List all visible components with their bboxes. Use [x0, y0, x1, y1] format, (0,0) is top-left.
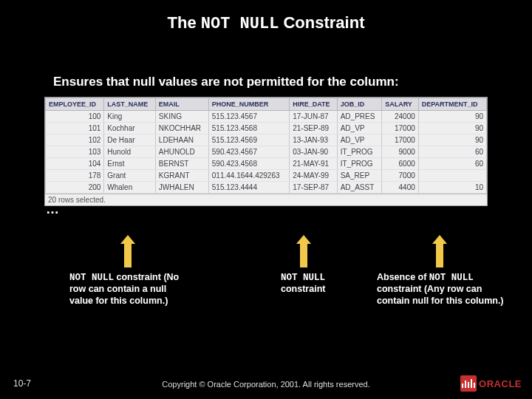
table-cell: 011.44.1644.429263 — [208, 170, 289, 182]
table-cell: 103 — [46, 146, 104, 158]
title-post: Constraint — [279, 13, 364, 32]
table-cell: 10 — [418, 182, 486, 194]
copyright-footer: Copyright © Oracle Corporation, 2001. Al… — [0, 380, 532, 389]
oracle-logo-text: ORACLE — [479, 378, 522, 389]
table-cell: AD_PRES — [337, 111, 381, 123]
table-cell: 6000 — [382, 158, 419, 170]
col-header: DEPARTMENT_ID — [418, 98, 486, 111]
col-header: EMAIL — [155, 98, 208, 111]
table-cell: 590.423.4568 — [208, 158, 289, 170]
oracle-logo: ORACLE — [460, 375, 522, 392]
table-cell: 101 — [46, 123, 104, 134]
table-cell: 17-JUN-87 — [290, 111, 337, 123]
table-cell: 90 — [418, 123, 486, 134]
table-cell: JWHALEN — [155, 182, 208, 194]
table-cell: 90 — [418, 134, 486, 146]
col-header: EMPLOYEE_ID — [46, 98, 104, 111]
table-row: 200WhalenJWHALEN515.123.444417-SEP-87AD_… — [46, 182, 487, 194]
table-row: 100KingSKING515.123.456717-JUN-87AD_PRES… — [46, 111, 487, 123]
arrow-3 — [436, 242, 443, 267]
table-cell: King — [104, 111, 156, 123]
table-cell: 24000 — [382, 111, 419, 123]
table-cell: 21-MAY-91 — [290, 158, 337, 170]
table-cell: KGRANT — [155, 170, 208, 182]
rows-ellipsis: … — [46, 202, 532, 217]
col-header: SALARY — [382, 98, 419, 111]
caption-2-text: constraint — [281, 284, 325, 294]
table-cell: SA_REP — [337, 170, 381, 182]
table-row: 103HunoldAHUNOLD590.423.456703-JAN-90IT_… — [46, 146, 487, 158]
caption-2: NOT NULL constraint — [281, 272, 362, 296]
table-cell: 200 — [46, 182, 104, 194]
table-cell: 60 — [418, 146, 486, 158]
table-cell — [418, 170, 486, 182]
table-cell: Kochhar — [104, 123, 156, 134]
table-cell: 17000 — [382, 123, 419, 134]
oracle-logo-icon — [460, 375, 477, 392]
col-header: JOB_ID — [337, 98, 381, 111]
caption-3-code: NOT NULL — [429, 273, 474, 283]
table-cell: 515.123.4444 — [208, 182, 289, 194]
table-cell: 104 — [46, 158, 104, 170]
table-cell: LDEHAAN — [155, 134, 208, 146]
data-table-wrap: EMPLOYEE_IDLAST_NAMEEMAILPHONE_NUMBERHIR… — [44, 97, 488, 206]
table-row: 101KochharNKOCHHAR515.123.456821-SEP-89A… — [46, 123, 487, 134]
arrow-1 — [124, 242, 132, 267]
table-cell: 100 — [46, 111, 104, 123]
table-cell: NKOCHHAR — [155, 123, 208, 134]
table-cell: Whalen — [104, 182, 156, 194]
slide-subtitle: Ensures that null values are not permitt… — [0, 41, 532, 94]
table-cell: 90 — [418, 111, 486, 123]
caption-3: Absence of NOT NULL constraint (Any row … — [377, 272, 511, 307]
caption-1: NOT NULL constraint (No row can contain … — [69, 272, 188, 307]
caption-2-code: NOT NULL — [281, 273, 325, 283]
caption-3-pre: Absence of — [377, 272, 429, 282]
table-cell: SKING — [155, 111, 208, 123]
table-cell: Hunold — [104, 146, 156, 158]
data-table: EMPLOYEE_IDLAST_NAMEEMAILPHONE_NUMBERHIR… — [45, 98, 487, 194]
caption-3-text: constraint (Any row can contain null for… — [377, 284, 504, 305]
table-cell: AD_VP — [337, 134, 381, 146]
table-row: 102De HaarLDEHAAN515.123.456913-JAN-93AD… — [46, 134, 487, 146]
table-cell: 7000 — [382, 170, 419, 182]
table-row: 104ErnstBERNST590.423.456821-MAY-91IT_PR… — [46, 158, 487, 170]
table-cell: 9000 — [382, 146, 419, 158]
table-cell: AHUNOLD — [155, 146, 208, 158]
col-header: PHONE_NUMBER — [208, 98, 289, 111]
table-cell: IT_PROG — [337, 158, 381, 170]
table-cell: BERNST — [155, 158, 208, 170]
table-cell: De Haar — [104, 134, 156, 146]
table-cell: 17-SEP-87 — [290, 182, 337, 194]
table-cell: 515.123.4567 — [208, 111, 289, 123]
table-cell: AD_ASST — [337, 182, 381, 194]
table-cell: Ernst — [104, 158, 156, 170]
table-cell: 590.423.4567 — [208, 146, 289, 158]
table-row: 178GrantKGRANT011.44.1644.42926324-MAY-9… — [46, 170, 487, 182]
table-cell: 178 — [46, 170, 104, 182]
caption-1-code: NOT NULL — [69, 273, 114, 283]
arrow-2 — [300, 242, 307, 267]
title-pre: The — [168, 13, 201, 32]
table-cell: 60 — [418, 158, 486, 170]
title-code: NOT NULL — [201, 15, 279, 33]
col-header: HIRE_DATE — [290, 98, 337, 111]
table-cell: Grant — [104, 170, 156, 182]
table-cell: 4400 — [382, 182, 419, 194]
table-cell: 24-MAY-99 — [290, 170, 337, 182]
col-header: LAST_NAME — [104, 98, 156, 111]
table-cell: 102 — [46, 134, 104, 146]
table-cell: 515.123.4568 — [208, 123, 289, 134]
table-cell: 515.123.4569 — [208, 134, 289, 146]
table-cell: 13-JAN-93 — [290, 134, 337, 146]
table-cell: AD_VP — [337, 123, 381, 134]
table-cell: 21-SEP-89 — [290, 123, 337, 134]
table-cell: IT_PROG — [337, 146, 381, 158]
slide-title: The NOT NULL Constraint — [0, 0, 532, 41]
table-cell: 17000 — [382, 134, 419, 146]
table-cell: 03-JAN-90 — [290, 146, 337, 158]
